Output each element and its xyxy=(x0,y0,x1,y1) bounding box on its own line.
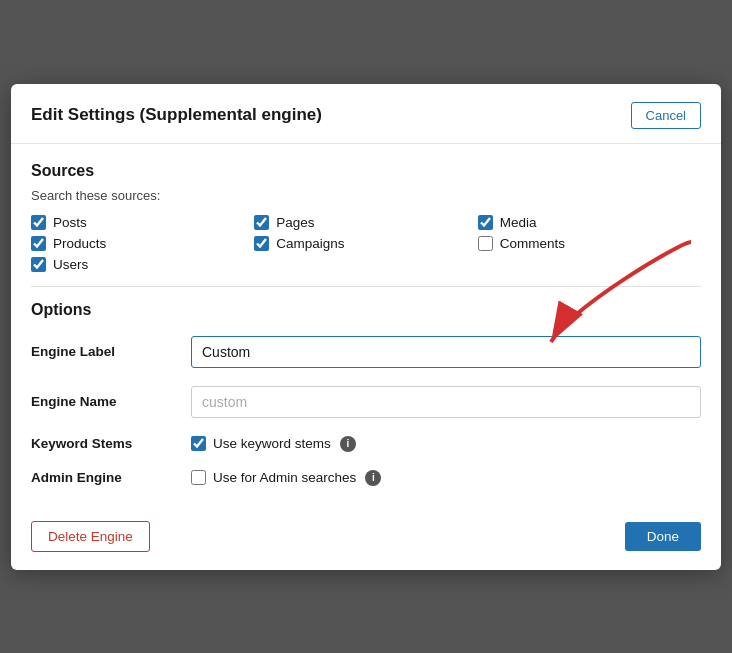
source-products[interactable]: Products xyxy=(31,236,254,251)
source-posts-label: Posts xyxy=(53,215,87,230)
modal: Edit Settings (Supplemental engine) Canc… xyxy=(11,84,721,570)
modal-footer: Delete Engine Done xyxy=(11,509,721,570)
options-title: Options xyxy=(31,301,701,319)
source-comments-label: Comments xyxy=(500,236,565,251)
keyword-stems-cell: Use keyword stems i xyxy=(191,427,701,461)
engine-label-cell xyxy=(191,327,701,377)
admin-engine-checkbox[interactable] xyxy=(191,470,206,485)
keyword-stems-label: Keyword Stems xyxy=(31,427,191,461)
source-media-label: Media xyxy=(500,215,537,230)
admin-engine-row: Admin Engine Use for Admin searches i xyxy=(31,461,701,495)
section-divider xyxy=(31,286,701,287)
sources-subtitle: Search these sources: xyxy=(31,188,701,203)
source-campaigns-label: Campaigns xyxy=(276,236,344,251)
admin-engine-option[interactable]: Use for Admin searches i xyxy=(191,470,701,486)
keyword-stems-info-icon[interactable]: i xyxy=(340,436,356,452)
source-users[interactable]: Users xyxy=(31,257,254,272)
source-media[interactable]: Media xyxy=(478,215,701,230)
source-comments-checkbox[interactable] xyxy=(478,236,493,251)
admin-engine-option-label: Use for Admin searches xyxy=(213,470,356,485)
engine-name-label: Engine Name xyxy=(31,377,191,427)
engine-label-row: Engine Label xyxy=(31,327,701,377)
source-media-checkbox[interactable] xyxy=(478,215,493,230)
keyword-stems-row: Keyword Stems Use keyword stems i xyxy=(31,427,701,461)
admin-engine-label: Admin Engine xyxy=(31,461,191,495)
source-pages-checkbox[interactable] xyxy=(254,215,269,230)
keyword-stems-checkbox[interactable] xyxy=(191,436,206,451)
source-products-label: Products xyxy=(53,236,106,251)
admin-engine-info-icon[interactable]: i xyxy=(365,470,381,486)
delete-engine-button[interactable]: Delete Engine xyxy=(31,521,150,552)
modal-header: Edit Settings (Supplemental engine) Canc… xyxy=(11,84,721,144)
keyword-stems-option-label: Use keyword stems xyxy=(213,436,331,451)
engine-label-label: Engine Label xyxy=(31,327,191,377)
source-products-checkbox[interactable] xyxy=(31,236,46,251)
source-pages[interactable]: Pages xyxy=(254,215,477,230)
engine-name-input[interactable] xyxy=(191,386,701,418)
source-posts-checkbox[interactable] xyxy=(31,215,46,230)
source-campaigns[interactable]: Campaigns xyxy=(254,236,477,251)
source-comments[interactable]: Comments xyxy=(478,236,701,251)
options-table: Engine Label xyxy=(31,327,701,495)
engine-name-cell xyxy=(191,377,701,427)
modal-body: Sources Search these sources: Posts Page… xyxy=(11,144,721,505)
done-button[interactable]: Done xyxy=(625,522,701,551)
source-users-checkbox[interactable] xyxy=(31,257,46,272)
modal-title: Edit Settings (Supplemental engine) xyxy=(31,105,322,125)
keyword-stems-option[interactable]: Use keyword stems i xyxy=(191,436,701,452)
cancel-button[interactable]: Cancel xyxy=(631,102,701,129)
engine-name-row: Engine Name xyxy=(31,377,701,427)
source-users-label: Users xyxy=(53,257,88,272)
sources-section: Sources Search these sources: Posts Page… xyxy=(31,162,701,272)
modal-overlay: Edit Settings (Supplemental engine) Canc… xyxy=(0,0,732,653)
options-section: Options Engine Label xyxy=(31,301,701,495)
admin-engine-cell: Use for Admin searches i xyxy=(191,461,701,495)
sources-title: Sources xyxy=(31,162,701,180)
source-campaigns-checkbox[interactable] xyxy=(254,236,269,251)
source-pages-label: Pages xyxy=(276,215,314,230)
engine-label-input[interactable] xyxy=(191,336,701,368)
source-posts[interactable]: Posts xyxy=(31,215,254,230)
sources-grid: Posts Pages Media Products xyxy=(31,215,701,272)
